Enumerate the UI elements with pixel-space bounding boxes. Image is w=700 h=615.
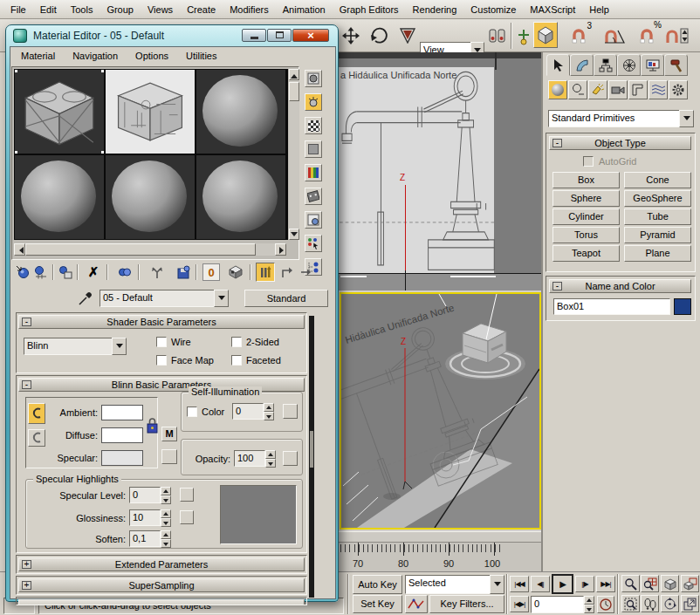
make-material-copy-icon[interactable]	[116, 263, 134, 281]
tab-display[interactable]	[641, 54, 664, 76]
go-forward-to-sibling-icon[interactable]	[297, 263, 314, 281]
options-button[interactable]	[305, 211, 322, 229]
button-pyramid[interactable]: Pyramid	[624, 227, 691, 243]
autogrid-checkbox[interactable]	[583, 156, 594, 167]
vertical-scrollbar-thumb[interactable]	[289, 82, 299, 101]
specular-color-swatch[interactable]	[101, 450, 143, 466]
faceted-checkbox[interactable]	[231, 355, 242, 366]
maximize-button[interactable]	[267, 29, 292, 42]
specular-level-field[interactable]: 0	[129, 487, 161, 503]
key-filters-button[interactable]: Key Filters...	[429, 595, 504, 613]
button-plane[interactable]: Plane	[624, 245, 691, 262]
menu-tools[interactable]: Tools	[64, 2, 100, 17]
reset-map-icon[interactable]: ✗	[85, 263, 102, 281]
category-lights[interactable]	[588, 80, 607, 99]
sample-uv-tiling-button[interactable]	[305, 140, 322, 158]
shader-type-dropdown[interactable]: Blinn	[24, 338, 113, 355]
opacity-value-field[interactable]: 100	[234, 450, 265, 467]
face-map-checkbox[interactable]	[156, 355, 167, 366]
diffuse-map-button[interactable]: M	[161, 427, 177, 441]
category-space-warps[interactable]	[649, 80, 668, 99]
menu-file[interactable]: File	[3, 2, 33, 17]
material-name-arrow[interactable]	[214, 290, 229, 307]
select-by-material-button[interactable]	[305, 235, 322, 252]
make-preview-button[interactable]	[305, 188, 322, 205]
select-and-move-icon[interactable]	[340, 24, 361, 47]
scroll-right-button[interactable]	[275, 243, 286, 256]
collapse-icon[interactable]: -	[552, 139, 562, 147]
horizontal-scrollbar-thumb[interactable]	[25, 243, 256, 256]
name-color-header[interactable]: - Name and Color	[549, 279, 691, 293]
button-cone[interactable]: Cone	[624, 172, 691, 188]
selection-set-dropdown[interactable]: Selected	[405, 575, 491, 594]
category-shapes[interactable]	[568, 80, 587, 99]
tab-hierarchy[interactable]	[594, 54, 617, 76]
extended-parameters-header[interactable]: + Extended Parameters	[18, 557, 305, 571]
specular-level-map-button[interactable]	[180, 488, 194, 502]
put-to-library-icon[interactable]	[175, 263, 192, 281]
lock-ambient-diffuse-button[interactable]	[28, 403, 45, 424]
next-frame-button[interactable]: ||▶	[575, 576, 594, 592]
video-color-check-button[interactable]	[305, 164, 322, 181]
tab-modify[interactable]	[570, 54, 594, 76]
ambient-color-swatch[interactable]	[101, 405, 143, 420]
zoom-extents-all-button[interactable]	[681, 575, 699, 592]
tab-motion[interactable]	[617, 54, 641, 76]
sample-slot-3[interactable]	[196, 70, 285, 154]
tab-create[interactable]	[546, 54, 570, 76]
collapse-icon[interactable]: -	[22, 380, 31, 389]
soften-field[interactable]: 0,1	[129, 530, 161, 547]
collapse-icon[interactable]: -	[22, 318, 31, 326]
sample-slot-1[interactable]	[15, 70, 104, 154]
close-button[interactable]: ×	[292, 29, 329, 42]
rollout-scrollbar-thumb[interactable]	[310, 431, 313, 468]
menu-create[interactable]: Create	[180, 2, 223, 17]
category-cameras[interactable]	[608, 80, 628, 99]
time-slider-track[interactable]	[339, 531, 543, 543]
scroll-up-button[interactable]	[289, 69, 299, 80]
scroll-left-button[interactable]	[14, 243, 25, 256]
minimize-button[interactable]	[242, 29, 266, 42]
menu-group[interactable]: Group	[100, 2, 141, 17]
category-geometry[interactable]	[548, 80, 567, 99]
snaps-toggle-icon[interactable]	[533, 22, 558, 48]
go-to-start-button[interactable]: |◀◀	[510, 576, 529, 592]
snap-3d-icon[interactable]: 3	[566, 24, 592, 48]
time-configuration-button[interactable]	[597, 596, 614, 613]
maps-header[interactable]	[18, 599, 305, 605]
sample-slot-6[interactable]	[196, 155, 285, 239]
sample-slot-2[interactable]	[106, 70, 195, 154]
assign-material-to-selection-icon[interactable]	[57, 263, 74, 281]
supersampling-header[interactable]: + SuperSampling	[18, 578, 305, 592]
shader-type-arrow[interactable]	[112, 338, 127, 355]
material-id-channel-icon[interactable]: 0	[202, 263, 220, 281]
key-mode-toggle[interactable]: |◀▶|	[510, 596, 529, 612]
menu-animation[interactable]: Animation	[276, 2, 333, 17]
button-tube[interactable]: Tube	[624, 208, 691, 225]
previous-frame-button[interactable]: ◀||	[531, 576, 550, 592]
menu-material[interactable]: Material	[12, 48, 64, 64]
object-type-header[interactable]: - Object Type	[549, 136, 691, 150]
current-frame-field[interactable]: 0	[531, 596, 584, 613]
expand-icon[interactable]: +	[22, 560, 31, 569]
show-map-in-viewport-icon[interactable]	[227, 263, 244, 281]
self-illum-value-field[interactable]: 0	[232, 403, 264, 420]
auto-key-button[interactable]: Auto Key	[353, 575, 402, 594]
category-systems[interactable]	[669, 80, 688, 99]
self-illum-color-checkbox[interactable]	[187, 407, 197, 417]
self-illum-map-button[interactable]	[283, 404, 298, 419]
percent-snap-icon[interactable]: %	[634, 24, 660, 48]
sample-type-button[interactable]	[305, 70, 322, 87]
scroll-down-button[interactable]	[289, 229, 299, 240]
menu-customize[interactable]: Customize	[463, 2, 523, 17]
button-torus[interactable]: Torus	[552, 227, 620, 243]
specular-level-spinner[interactable]	[161, 487, 171, 504]
use-pivot-point-center-icon[interactable]	[486, 25, 509, 48]
maximize-viewport-toggle[interactable]	[681, 595, 699, 612]
material-name-dropdown[interactable]: 05 - Default	[100, 290, 215, 307]
backlight-button[interactable]	[305, 93, 322, 111]
opacity-map-button[interactable]	[283, 451, 298, 466]
region-zoom-button[interactable]	[621, 595, 640, 612]
material-type-button[interactable]: Standard	[244, 290, 328, 307]
menu-navigation[interactable]: Navigation	[64, 48, 127, 64]
